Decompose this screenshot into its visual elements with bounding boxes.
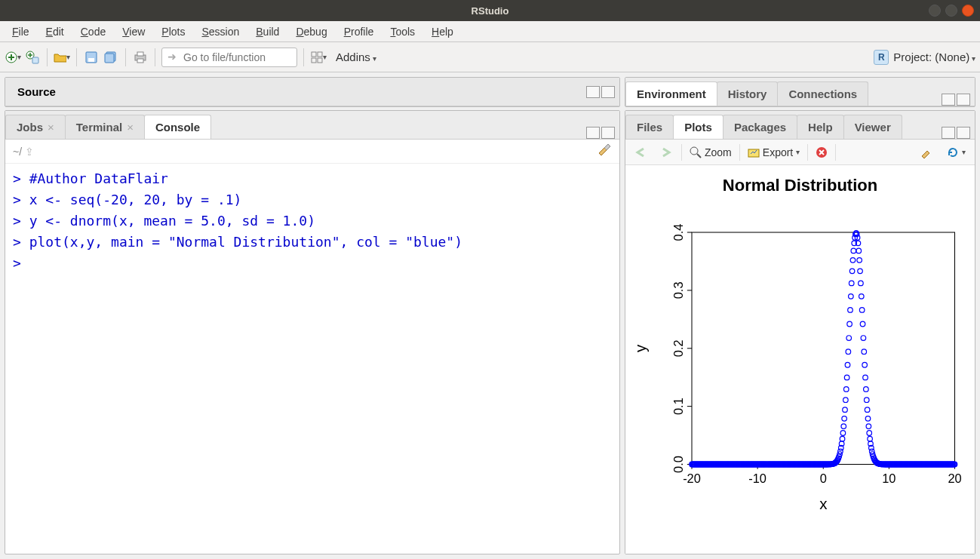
tab-plots[interactable]: Plots (673, 115, 723, 139)
source-pane-header: Source (5, 78, 619, 106)
svg-point-311 (868, 436, 873, 441)
menu-file[interactable]: File (5, 23, 37, 41)
grid-icon (311, 51, 323, 63)
tab-console[interactable]: Console (144, 115, 211, 139)
clear-console-icon[interactable] (597, 143, 612, 160)
goto-file-input[interactable] (161, 48, 297, 67)
svg-point-277 (845, 362, 850, 367)
new-file-button[interactable] (5, 49, 21, 66)
tab-environment[interactable]: Environment (625, 81, 717, 106)
svg-point-297 (859, 281, 864, 286)
close-icon[interactable] (962, 5, 974, 17)
source-pane-title: Source (11, 85, 56, 98)
plots-tabs: FilesPlotsPackagesHelpViewer (625, 111, 975, 140)
svg-point-285 (850, 258, 856, 263)
svg-point-295 (857, 258, 862, 263)
console-line: > plot(x,y, main = "Normal Distribution"… (13, 232, 612, 253)
remove-icon (816, 146, 828, 158)
separator (155, 48, 155, 66)
menu-tools[interactable]: Tools (382, 23, 422, 41)
print-button[interactable] (132, 49, 149, 66)
tab-terminal[interactable]: Terminal× (65, 115, 145, 139)
svg-point-299 (859, 308, 865, 313)
console-output[interactable]: > #Author DataFlair> x <- seq(-20, 20, b… (5, 164, 619, 554)
console-subheader: ~/ ⇪ (5, 140, 619, 164)
remove-plot-button[interactable] (811, 144, 832, 161)
menu-session[interactable]: Session (194, 23, 247, 41)
menu-help[interactable]: Help (424, 23, 461, 41)
save-all-button[interactable] (103, 49, 119, 66)
zoom-icon (690, 146, 702, 158)
close-tab-icon[interactable]: × (48, 121, 54, 134)
svg-text:x: x (819, 495, 828, 512)
svg-point-284 (849, 269, 855, 274)
svg-text:20: 20 (948, 471, 961, 485)
export-button[interactable]: Export (743, 144, 804, 161)
refresh-plot-button[interactable] (942, 144, 970, 161)
grid-view-button[interactable] (310, 49, 327, 66)
svg-point-282 (849, 294, 854, 299)
menu-profile[interactable]: Profile (336, 23, 382, 41)
menu-debug[interactable]: Debug (288, 23, 334, 41)
svg-point-286 (851, 248, 856, 253)
console-line: > y <- dnorm(x, mean = 5.0, sd = 1.0) (13, 210, 612, 232)
maximize-pane-icon[interactable] (601, 86, 615, 98)
share-icon[interactable]: ⇪ (25, 146, 34, 158)
minimize-icon[interactable] (929, 5, 941, 17)
minimize-pane-icon[interactable] (942, 127, 955, 139)
disk-icon (85, 51, 97, 63)
svg-point-300 (860, 321, 865, 327)
svg-rect-15 (748, 149, 759, 157)
clear-all-plots-button[interactable] (915, 143, 939, 161)
save-button[interactable] (83, 49, 100, 66)
tab-viewer[interactable]: Viewer (843, 115, 902, 139)
svg-point-308 (865, 416, 871, 422)
svg-text:0: 0 (820, 471, 827, 485)
tab-help[interactable]: Help (797, 115, 844, 139)
maximize-pane-icon[interactable] (957, 127, 970, 139)
svg-rect-8 (137, 52, 143, 56)
maximize-icon[interactable] (945, 5, 957, 17)
plot-prev-button[interactable] (630, 145, 653, 160)
minimize-pane-icon[interactable] (586, 127, 600, 139)
tab-jobs[interactable]: Jobs× (5, 115, 66, 139)
svg-point-305 (864, 387, 869, 392)
console-line: > x <- seq(-20, 20, by = .1) (13, 189, 612, 210)
menu-plots[interactable]: Plots (154, 23, 192, 41)
zoom-button[interactable]: Zoom (685, 144, 736, 161)
working-directory: ~/ (13, 146, 22, 158)
tab-connections[interactable]: Connections (777, 81, 868, 106)
menu-code[interactable]: Code (73, 23, 113, 41)
chart-canvas: -20-10010200.00.10.20.30.4xy (630, 200, 970, 543)
r-project-icon: R (874, 50, 889, 65)
tab-files[interactable]: Files (625, 115, 674, 139)
project-menu[interactable]: Project: (None) (893, 51, 975, 63)
close-tab-icon[interactable]: × (127, 121, 134, 134)
svg-rect-12 (312, 58, 316, 63)
menu-edit[interactable]: Edit (38, 23, 72, 41)
addins-menu[interactable]: Addins (330, 48, 382, 66)
open-file-button[interactable] (54, 49, 70, 66)
svg-point-301 (861, 336, 866, 341)
chart-title: Normal Distribution (630, 176, 970, 195)
minimize-pane-icon[interactable] (586, 86, 600, 98)
svg-text:0.4: 0.4 (671, 224, 685, 241)
plot-next-button[interactable] (656, 145, 678, 160)
console-tabs: Jobs×Terminal×Console (5, 111, 619, 140)
tab-history[interactable]: History (717, 81, 779, 106)
new-project-button[interactable] (24, 49, 41, 66)
svg-point-280 (847, 321, 853, 327)
svg-rect-10 (312, 52, 316, 57)
menu-view[interactable]: View (115, 23, 152, 41)
menu-build[interactable]: Build (248, 23, 287, 41)
svg-point-310 (867, 431, 872, 436)
maximize-pane-icon[interactable] (957, 94, 970, 106)
minimize-pane-icon[interactable] (942, 94, 955, 106)
svg-rect-2 (32, 57, 38, 63)
separator (303, 48, 304, 66)
tab-packages[interactable]: Packages (723, 115, 797, 139)
disks-icon (104, 51, 118, 63)
maximize-pane-icon[interactable] (601, 127, 615, 139)
svg-rect-9 (137, 59, 143, 63)
svg-text:y: y (631, 344, 649, 352)
